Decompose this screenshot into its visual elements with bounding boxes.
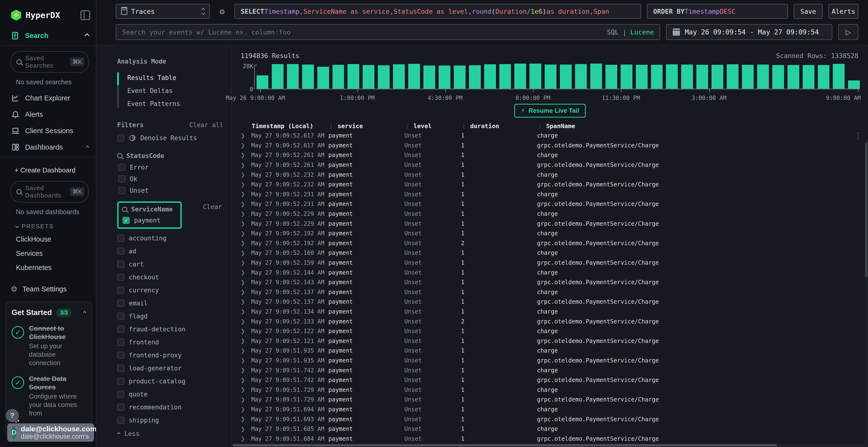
row-expand-icon[interactable]: ❯ (241, 387, 251, 393)
row-expand-icon[interactable]: ❯ (241, 377, 251, 383)
histogram-bar[interactable] (712, 65, 723, 89)
histogram-bar[interactable] (696, 65, 708, 89)
filter-option-currency[interactable]: currency (117, 286, 227, 294)
filter-option-payment[interactable]: ✓ payment (123, 217, 177, 224)
filter-option-cart[interactable]: cart (117, 261, 227, 268)
table-row[interactable]: ❯May 27 9:09:51.729 AMpaymentUnset1grpc.… (232, 395, 868, 405)
unchecked-checkbox[interactable] (117, 417, 124, 424)
table-row[interactable]: ❯May 27 9:09:51.729 AMpaymentUnset1charg… (232, 385, 868, 395)
table-row[interactable]: ❯May 27 9:09:52.137 AMpaymentUnset1grpc.… (232, 297, 868, 307)
row-expand-icon[interactable]: ❯ (241, 191, 251, 197)
histogram-bar[interactable] (363, 65, 374, 89)
sidebar-item-search[interactable]: Search (0, 28, 96, 44)
table-row[interactable]: ❯May 27 9:09:52.231 AMpaymentUnset1grpc.… (232, 199, 868, 209)
row-expand-icon[interactable]: ❯ (241, 270, 251, 276)
histogram-bar[interactable] (787, 65, 799, 89)
table-row[interactable]: ❯May 27 9:09:51.694 AMpaymentUnset1charg… (232, 405, 868, 414)
preset-clickhouse[interactable]: ClickHouse (0, 232, 96, 246)
sidebar-item-client-sessions[interactable]: Client Sessions (0, 123, 96, 139)
event-search-input[interactable]: Search your events w/ Lucene ex. column:… (116, 24, 660, 40)
row-expand-icon[interactable]: ❯ (241, 397, 251, 403)
unchecked-checkbox[interactable] (117, 313, 124, 320)
histogram-bar[interactable] (424, 66, 435, 89)
unchecked-checkbox[interactable] (117, 352, 124, 359)
unchecked-checkbox[interactable] (118, 175, 125, 182)
histogram-bar[interactable] (499, 64, 511, 89)
row-expand-icon[interactable]: ❯ (241, 211, 251, 217)
table-row[interactable]: ❯May 27 9:09:52.231 AMpaymentUnset1charg… (232, 190, 868, 199)
clear-all-button[interactable]: Clear all (189, 122, 223, 129)
unchecked-checkbox[interactable] (117, 325, 124, 333)
histogram-bar[interactable] (606, 65, 617, 89)
histogram-bar[interactable] (272, 64, 283, 89)
table-row[interactable]: ❯May 27 9:09:52.229 AMpaymentUnset1charg… (232, 209, 868, 219)
table-row[interactable]: ❯May 27 9:09:52.232 AMpaymentUnset1grpc.… (232, 180, 868, 190)
table-row[interactable]: ❯May 27 9:09:52.144 AMpaymentUnset1charg… (232, 268, 868, 277)
column-drag-icon[interactable]: ⋮ (537, 123, 543, 129)
unchecked-checkbox[interactable] (117, 378, 124, 385)
user-profile-card[interactable]: D dale@clickhouse.com dale@clickhouse.co… (7, 423, 94, 442)
histogram-bar[interactable] (772, 65, 784, 89)
histogram-bar[interactable] (408, 64, 420, 89)
checked-checkbox[interactable]: ✓ (123, 217, 130, 224)
unchecked-checkbox[interactable] (117, 365, 124, 372)
table-row[interactable]: ❯May 27 9:09:52.160 AMpaymentUnset1charg… (232, 248, 868, 258)
alerts-button[interactable]: Alerts (829, 4, 858, 19)
table-row[interactable]: ❯May 27 9:09:52.159 AMpaymentUnset1grpc.… (232, 258, 868, 268)
filter-option-email[interactable]: email (117, 300, 227, 307)
table-row[interactable]: ❯May 27 9:09:52.192 AMpaymentUnset1charg… (232, 229, 868, 238)
histogram-bar[interactable] (256, 75, 268, 89)
query-language-toggle[interactable]: SQL | Lucene (607, 28, 654, 36)
histogram-bar[interactable] (514, 64, 526, 89)
row-expand-icon[interactable]: ❯ (241, 309, 251, 314)
row-expand-icon[interactable]: ❯ (241, 279, 251, 285)
mode-event-patterns[interactable]: Event Patterns (117, 97, 227, 110)
mode-results-table[interactable]: Results Table (117, 71, 227, 84)
column-drag-icon[interactable]: ⋮ (329, 123, 334, 129)
saved-searches-input[interactable]: Saved Searches ⌘K (10, 51, 89, 73)
row-expand-icon[interactable]: ❯ (241, 250, 251, 256)
row-expand-icon[interactable]: ❯ (241, 436, 251, 442)
histogram-bar[interactable] (393, 64, 405, 89)
resume-live-tail-button[interactable]: ⚡ Resume Live Tail (514, 104, 586, 117)
table-row[interactable]: ❯May 27 9:09:52.137 AMpaymentUnset1charg… (232, 287, 868, 297)
table-row[interactable]: ❯May 27 9:09:52.133 AMpaymentUnset2grpc.… (232, 316, 868, 326)
column-header-service[interactable]: ⋮ service (329, 123, 404, 130)
show-less-toggle[interactable]: Less (117, 430, 227, 437)
row-expand-icon[interactable]: ❯ (241, 357, 251, 364)
histogram-bar[interactable] (757, 65, 769, 89)
histogram-bar[interactable] (833, 64, 845, 89)
column-header-spanname[interactable]: ⋮ SpanName (537, 123, 868, 130)
row-expand-icon[interactable]: ❯ (241, 162, 251, 168)
column-header-duration[interactable]: ⋮ duration (461, 123, 537, 130)
filter-option-ad[interactable]: ad (117, 248, 227, 255)
filter-option-checkout[interactable]: checkout (117, 274, 227, 281)
search-icon[interactable] (117, 153, 123, 159)
histogram-bar[interactable] (469, 65, 481, 89)
unchecked-checkbox[interactable] (117, 235, 124, 242)
histogram-bar[interactable] (681, 65, 693, 89)
horizontal-scrollbar-thumb[interactable] (233, 444, 777, 447)
table-row[interactable]: ❯May 27 9:09:52.261 AMpaymentUnset1charg… (232, 150, 868, 160)
sidebar-item-alerts[interactable]: Alerts (0, 106, 96, 123)
help-button[interactable]: ? (6, 409, 19, 422)
row-expand-icon[interactable]: ❯ (241, 338, 251, 344)
presets-section[interactable]: PRESETS (0, 220, 96, 232)
histogram-bar[interactable] (590, 64, 602, 89)
unchecked-checkbox[interactable] (117, 261, 124, 268)
column-drag-icon[interactable]: ⋮ (461, 123, 467, 129)
source-settings-button[interactable]: ⚙ (216, 4, 228, 19)
unchecked-checkbox[interactable] (118, 164, 125, 171)
sql-mode-option[interactable]: SQL (607, 28, 619, 36)
histogram-bar[interactable] (560, 65, 572, 89)
unchecked-checkbox[interactable] (117, 339, 124, 346)
histogram-bar[interactable] (302, 65, 314, 89)
chevron-up-icon[interactable] (85, 33, 89, 38)
table-row[interactable]: ❯May 27 9:09:51.742 AMpaymentUnset1grpc.… (232, 375, 868, 385)
table-row[interactable]: ❯May 27 9:09:51.685 AMpaymentUnset1charg… (232, 424, 868, 434)
table-row[interactable]: ❯May 27 9:09:51.693 AMpaymentUnset1grpc.… (232, 414, 868, 424)
column-header-level[interactable]: ⋮ level (404, 123, 461, 130)
unchecked-checkbox[interactable] (117, 248, 124, 255)
histogram-bar[interactable] (651, 65, 663, 89)
mode-event-deltas[interactable]: Event Deltas (117, 84, 227, 97)
